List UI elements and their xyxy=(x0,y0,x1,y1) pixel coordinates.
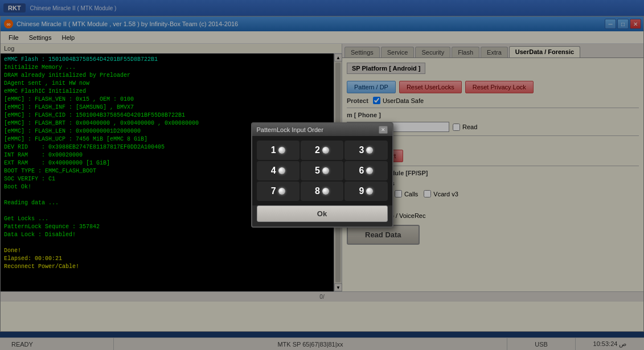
cell-dot-7 xyxy=(278,188,285,195)
cell-dot-5 xyxy=(322,167,329,174)
cell-number-7: 7 xyxy=(271,186,276,196)
grid-cell-5: 5 xyxy=(301,161,343,180)
grid-cell-4: 4 xyxy=(257,161,300,180)
cell-dot-8 xyxy=(322,188,329,195)
grid-cell-1: 1 xyxy=(257,141,300,160)
cell-dot-6 xyxy=(366,167,373,174)
cell-number-4: 4 xyxy=(271,166,276,176)
cell-number-2: 2 xyxy=(315,145,320,155)
cell-number-3: 3 xyxy=(359,145,364,155)
cell-dot-1 xyxy=(278,147,285,154)
grid-cell-7: 7 xyxy=(257,182,300,201)
modal-overlay: PatternLock Input Order ✕ 1 2 3 4 5 xyxy=(0,0,644,350)
cell-dot-2 xyxy=(322,147,329,154)
modal-title-bar: PatternLock Input Order ✕ xyxy=(252,123,392,136)
cell-number-8: 8 xyxy=(315,186,320,196)
cell-dot-3 xyxy=(366,147,373,154)
cell-number-1: 1 xyxy=(271,145,276,155)
cell-dot-4 xyxy=(278,167,285,174)
grid-cell-8: 8 xyxy=(301,182,343,201)
grid-cell-9: 9 xyxy=(344,182,387,201)
cell-number-5: 5 xyxy=(315,166,320,176)
modal-ok-button[interactable]: Ok xyxy=(257,205,388,222)
modal-window: PatternLock Input Order ✕ 1 2 3 4 5 xyxy=(251,122,393,228)
modal-close-btn[interactable]: ✕ xyxy=(379,126,388,134)
modal-title: PatternLock Input Order xyxy=(257,126,323,133)
grid-cell-3: 3 xyxy=(344,141,387,160)
cell-dot-9 xyxy=(366,188,373,195)
grid-cell-6: 6 xyxy=(344,161,387,180)
grid-cell-2: 2 xyxy=(301,141,343,160)
cell-number-9: 9 xyxy=(359,186,364,196)
modal-grid: 1 2 3 4 5 6 7 xyxy=(252,136,392,205)
cell-number-6: 6 xyxy=(359,166,364,176)
